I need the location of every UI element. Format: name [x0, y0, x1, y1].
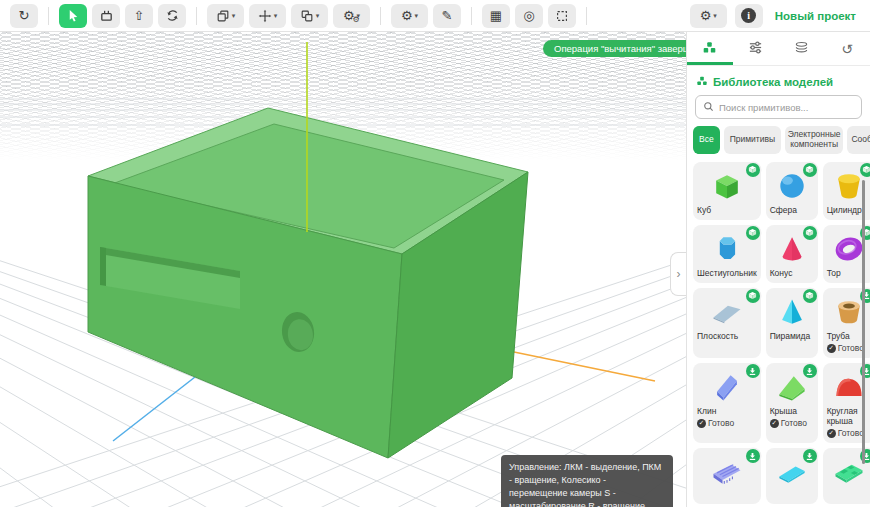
edit-button[interactable]: ✎: [433, 4, 461, 28]
heatsink-thumbnail: [705, 454, 749, 490]
selection-frame-icon: [555, 9, 569, 23]
clone-icon: [300, 9, 314, 23]
search-input[interactable]: [719, 102, 854, 113]
toolbar-divider: [380, 7, 381, 25]
search-box: [695, 95, 862, 119]
tab-history[interactable]: ↺: [824, 32, 870, 65]
builtin-badge-icon: [803, 163, 817, 177]
panel-collapse-button[interactable]: ›: [670, 252, 686, 296]
builtin-badge-icon: [746, 226, 760, 240]
frame-select-button[interactable]: [548, 4, 576, 28]
info-icon: i: [741, 8, 756, 23]
sync-icon: [165, 8, 180, 23]
download-badge-icon: [746, 364, 760, 378]
library-item[interactable]: Клин ✓Готово: [693, 363, 761, 443]
panel-title: Библиотека моделей: [687, 66, 870, 95]
center-view-button[interactable]: ◎: [515, 4, 543, 28]
shapes-icon: [702, 40, 717, 58]
check-icon: ✓: [770, 419, 779, 428]
rotate-button[interactable]: [158, 4, 186, 28]
filter-chip-community[interactable]: Сообщество: [847, 126, 870, 154]
grid-view-button[interactable]: ▦: [482, 4, 510, 28]
move-dropdown-button[interactable]: ▾: [249, 4, 286, 28]
builtin-badge-icon: [803, 289, 817, 303]
check-icon: ✓: [697, 419, 706, 428]
library-item[interactable]: Крыша ✓Готово: [766, 363, 818, 443]
chevron-right-icon: ›: [677, 267, 681, 281]
clone-dropdown-button[interactable]: ▾: [291, 4, 328, 28]
toolbar-divider: [48, 7, 49, 25]
library-item[interactable]: [693, 448, 761, 504]
tab-library[interactable]: [687, 32, 733, 65]
lift-button[interactable]: ⇧: [125, 4, 153, 28]
library-item[interactable]: Пирамида: [766, 288, 818, 358]
box-select-icon: [99, 8, 114, 23]
library-item-label: Шестиугольник: [697, 268, 757, 278]
status-text: Готово: [838, 428, 864, 438]
viewport-3d[interactable]: Операция "вычитания" завершена Управлени…: [0, 32, 686, 507]
download-badge-icon: [803, 449, 817, 463]
check-icon: ✓: [827, 429, 836, 438]
panel-tabs: ↺: [687, 32, 870, 66]
builtin-badge-icon: [803, 226, 817, 240]
library-item-label: Плоскость: [697, 331, 757, 341]
copy-dropdown-button[interactable]: ▾: [207, 4, 244, 28]
panel-title-text: Библиотека моделей: [713, 76, 833, 88]
library-item-label: Куб: [697, 205, 757, 215]
shapes-icon: [696, 75, 708, 89]
filter-chip-all[interactable]: Все: [693, 126, 720, 154]
chevron-down-icon: ▾: [713, 12, 717, 20]
check-icon: ✓: [827, 344, 836, 353]
library-item[interactable]: Шестиугольник: [693, 225, 761, 283]
app-settings-dropdown-button[interactable]: ⚙ ▾: [690, 4, 727, 28]
status-text: Готово: [838, 343, 864, 353]
panel-scrollbar[interactable]: [862, 180, 865, 464]
toolbar-divider: [586, 7, 587, 25]
library-item-label: Конус: [770, 268, 814, 278]
move-icon: [258, 9, 272, 23]
filter-chip-primitives[interactable]: Примитивы: [724, 126, 781, 154]
scene-3d: [0, 32, 686, 507]
filter-chips: Все Примитивы Электронные компоненты Соо…: [693, 126, 870, 154]
chevron-down-icon: ▾: [415, 12, 419, 20]
tab-properties[interactable]: [733, 32, 779, 65]
info-button[interactable]: i: [735, 4, 763, 28]
library-item-label: Крыша: [770, 406, 814, 416]
redo-button[interactable]: ↻: [10, 4, 38, 28]
new-project-link[interactable]: Новый проект: [771, 10, 860, 22]
model-box[interactable]: [88, 108, 528, 458]
controls-tooltip: Управление: ЛКМ - выделение, ПКМ - враще…: [501, 455, 673, 507]
library-item-label: Клин: [697, 406, 757, 416]
settings-dropdown-button[interactable]: ⚙ ▾: [391, 4, 428, 28]
operation-toast: Операция "вычитания" завершена: [543, 40, 686, 57]
filter-chip-electronics[interactable]: Электронные компоненты: [785, 126, 843, 154]
cube-thumbnail: [705, 168, 749, 204]
library-item[interactable]: Плоскость: [693, 288, 761, 358]
target-icon: ◎: [523, 8, 534, 23]
operations-dropdown-button[interactable]: ⚙⚙ ▾: [333, 4, 370, 28]
axis-y-line: [514, 352, 655, 381]
library-item[interactable]: Куб: [693, 162, 761, 220]
sliders-icon: [748, 40, 763, 58]
app-window: ↻ ⇧ ▾ ▾ ▾ ⚙⚙ ▾ ⚙ ▾: [0, 0, 870, 507]
arrow-up-icon: ⇧: [134, 8, 145, 23]
chevron-down-icon: ▾: [316, 12, 320, 20]
library-grid: Куб Сфера Цилиндр Шестиугольник Кону: [693, 162, 860, 505]
gears-icon: ⚙⚙: [343, 9, 355, 22]
plane-thumbnail: [705, 294, 749, 330]
library-item[interactable]: [766, 448, 818, 504]
gear-icon: ⚙: [700, 8, 712, 23]
grid-icon: ▦: [490, 8, 502, 23]
download-badge-icon: [803, 364, 817, 378]
library-item[interactable]: Конус: [766, 225, 818, 283]
history-icon: ↺: [841, 41, 853, 57]
select-tool-button[interactable]: [59, 4, 87, 28]
library-item-label: Пирамида: [770, 331, 814, 341]
redo-icon: ↻: [19, 8, 30, 23]
box-select-button[interactable]: [92, 4, 120, 28]
toolbar-divider: [471, 7, 472, 25]
copy-icon: [216, 9, 230, 23]
chevron-down-icon: ▾: [232, 12, 236, 20]
tab-layers[interactable]: [779, 32, 825, 65]
library-item[interactable]: Сфера: [766, 162, 818, 220]
